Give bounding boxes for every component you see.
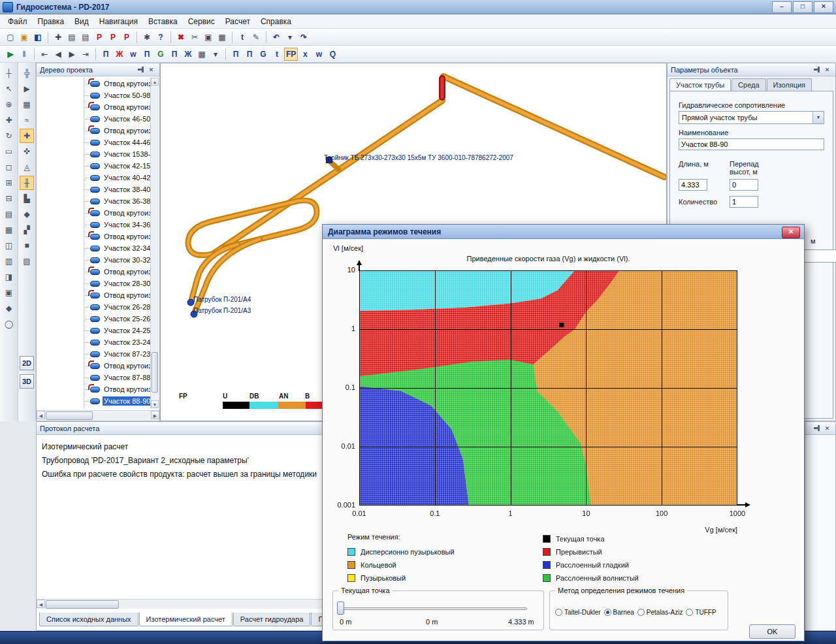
toolbar-open-button[interactable]: ▣ <box>18 31 31 44</box>
toolbar-show-p-button[interactable]: П <box>99 48 112 61</box>
radio-option-Barnea[interactable]: Barnea <box>604 609 634 616</box>
toolbar-print-preview-button[interactable]: ▤ <box>79 31 92 44</box>
tree-item[interactable]: Отвод крутоиз <box>37 78 152 89</box>
scroll-down-icon[interactable]: ▼ <box>151 400 159 408</box>
side1-tool-11[interactable]: ▦ <box>2 223 16 237</box>
side1-tool-5[interactable]: ↻ <box>2 129 16 143</box>
close-icon[interactable]: ✕ <box>146 65 156 74</box>
side2-tool-1[interactable]: ╬ <box>20 66 34 80</box>
toolbar-show-zh-button[interactable]: Ж <box>113 48 126 61</box>
toolbar-param-x-button[interactable]: x <box>298 48 312 61</box>
side2-tool-2[interactable]: ▶ <box>20 82 34 96</box>
tree-item[interactable]: Участок 1538-4 <box>37 148 152 160</box>
length-field[interactable] <box>679 179 707 191</box>
menu-Сервис[interactable]: Сервис <box>183 15 220 28</box>
toolbar-param-p-button[interactable]: П <box>229 48 242 61</box>
toolbar-insert-t-button[interactable]: t <box>236 31 249 44</box>
side2-tool-7[interactable]: ◬ <box>20 160 34 174</box>
toolbar-nav-first-button[interactable]: ⇤ <box>38 48 51 61</box>
tree-item[interactable]: Отвод крутоиз <box>37 360 152 372</box>
toolbar-param-w-button[interactable]: w <box>312 48 325 61</box>
menu-Файл[interactable]: Файл <box>3 15 33 28</box>
toolbar-param-p2-button[interactable]: П <box>243 48 256 61</box>
toolbar-new-button[interactable]: ▢ <box>4 31 17 44</box>
side1-tool-7[interactable]: ◻ <box>2 160 16 174</box>
tree-item[interactable]: Участок 44-46 <box>37 137 152 148</box>
tree-item[interactable]: Отвод крутоиз <box>37 289 152 301</box>
tree-item[interactable]: Участок 25-26 <box>37 313 152 325</box>
toolbar-param-g-button[interactable]: G <box>257 48 270 61</box>
tree-item[interactable]: Участок 24-25 <box>37 325 152 336</box>
tree-item[interactable]: Участок 87-88 <box>37 372 152 383</box>
tree-item[interactable]: Отвод крутоиз <box>37 231 152 242</box>
scrollbar-thumb[interactable] <box>46 600 119 609</box>
tree-item[interactable]: Отвод крутоиз <box>37 101 152 113</box>
menu-Вставка[interactable]: Вставка <box>143 15 183 28</box>
toolbar-run-button[interactable]: ▶ <box>4 48 17 61</box>
toolbar-copy-button[interactable]: ▣ <box>202 31 215 44</box>
dialog-close-button[interactable]: ✕ <box>782 227 800 238</box>
toolbar-settings-button[interactable]: ✱ <box>140 31 153 44</box>
toolbar-param-fp-button[interactable]: FP <box>284 48 298 61</box>
side2-tool-4[interactable]: ≈ <box>20 113 34 127</box>
toolbar-print-button[interactable]: ▤ <box>65 31 78 44</box>
toolbar-param-q-button[interactable]: Q <box>326 48 339 61</box>
toolbar-print-p3-button[interactable]: P <box>120 31 133 44</box>
toolbar-delete-button[interactable]: ✖ <box>174 31 187 44</box>
toolbar-show-p3-button[interactable]: П <box>168 48 181 61</box>
params-tab-3[interactable]: Изоляция <box>767 78 812 91</box>
toolbar-save-button[interactable]: ◧ <box>31 31 44 44</box>
radio-option-TUFFP[interactable]: TUFFP <box>686 609 716 616</box>
pin-icon[interactable] <box>812 424 822 433</box>
side1-tool-2[interactable]: ↖ <box>2 82 16 96</box>
side1-tool-8[interactable]: ⊞ <box>2 176 16 190</box>
side2-tool-9[interactable]: ▙ <box>20 191 34 206</box>
side1-tool-15[interactable]: ▣ <box>2 285 16 300</box>
toolbar-pan-button[interactable]: ✚ <box>52 31 65 44</box>
tree-item[interactable]: Участок 38-40 <box>37 184 152 195</box>
tree-item[interactable]: Участок 46-50 <box>37 113 152 125</box>
tree-item[interactable]: Отвод крутоиз <box>37 266 152 278</box>
tree-item[interactable]: Участок 42-153 <box>37 160 152 172</box>
dialog-titlebar[interactable]: Диаграмма режимов течения <box>323 225 804 239</box>
tree-item[interactable]: Участок 87-23 <box>37 348 152 360</box>
side2-tool-10[interactable]: ◆ <box>20 207 34 221</box>
radio-circle[interactable] <box>637 609 645 616</box>
tree-item[interactable]: Участок 26-28 <box>37 301 152 313</box>
menu-Правка[interactable]: Правка <box>33 15 70 28</box>
toolbar-param-t-button[interactable]: t <box>270 48 283 61</box>
position-slider-track[interactable] <box>339 607 527 610</box>
toolbar-cut-button[interactable]: ✂ <box>188 31 201 44</box>
tree-item[interactable]: Участок 28-30 <box>37 278 152 289</box>
close-icon[interactable]: ✕ <box>822 65 832 74</box>
resistance-combobox[interactable]: Прямой участок трубы ▼ <box>679 111 824 124</box>
minimize-button[interactable]: – <box>772 1 792 13</box>
bottom-tab-1[interactable]: Список исходных данных <box>39 613 138 626</box>
toolbar-show-g-button[interactable]: G <box>154 48 167 61</box>
scrollbar-thumb[interactable] <box>46 411 93 420</box>
tree-item[interactable]: Участок 34-36 <box>37 219 152 231</box>
side1-tool-9[interactable]: ⊟ <box>2 191 16 206</box>
side1-tool-4[interactable]: ✚ <box>2 113 16 127</box>
side1-tool-3[interactable]: ⊕ <box>2 97 16 112</box>
scroll-left-icon[interactable]: ◀ <box>37 600 45 608</box>
menu-Расчет[interactable]: Расчет <box>220 15 255 28</box>
side1-tool-16[interactable]: ◆ <box>2 301 16 315</box>
elevation-field[interactable] <box>730 179 758 191</box>
toolbar-nav-last-button[interactable]: ⇥ <box>79 48 92 61</box>
pin-icon[interactable] <box>812 65 822 74</box>
tree-item[interactable]: Участок 40-42 <box>37 172 152 184</box>
toolbar-undo-drop-button[interactable]: ▾ <box>283 31 297 44</box>
toolbar-show-w-button[interactable]: w <box>127 48 140 61</box>
side2-tool-12[interactable]: ■ <box>20 238 34 253</box>
side1-tool-12[interactable]: ◫ <box>2 238 16 253</box>
side2-tool-8[interactable]: ╫ <box>20 176 34 190</box>
toolbar-chart-drop-button[interactable]: ▾ <box>209 48 222 61</box>
side2-tool-11[interactable]: ▞ <box>20 223 34 237</box>
side2-tool-5[interactable]: ✚ <box>20 129 34 143</box>
toolbar-show-p2-button[interactable]: П <box>140 48 153 61</box>
params-tab-1[interactable]: Участок трубы <box>669 78 731 91</box>
side1-tool-10[interactable]: ▤ <box>2 207 16 221</box>
name-field[interactable] <box>679 138 824 150</box>
tree-item[interactable]: Отвод крутоиз <box>37 383 152 395</box>
